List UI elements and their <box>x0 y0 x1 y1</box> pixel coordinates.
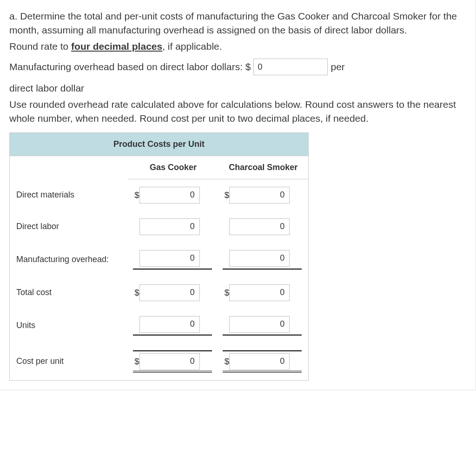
overhead-label-suffix: per <box>331 57 344 77</box>
row-units: Units <box>10 309 308 343</box>
dollar-sign: $ <box>133 190 139 200</box>
dollar-sign: $ <box>223 288 229 298</box>
input-total-gas[interactable] <box>139 284 200 301</box>
round-suffix: , if applicable. <box>162 41 222 52</box>
row-direct-labor: Direct labor <box>10 211 308 243</box>
dollar-sign: $ <box>223 190 229 200</box>
input-dl-gas[interactable] <box>139 218 200 235</box>
dollar-sign: $ <box>133 288 139 298</box>
input-moh-gas[interactable] <box>139 250 200 267</box>
round-instruction: Round rate to four decimal places, if ap… <box>9 39 464 53</box>
row-manufacturing-overhead: Manufacturing overhead: <box>10 243 308 277</box>
input-dm-gas[interactable] <box>139 187 200 204</box>
label-manufacturing-overhead: Manufacturing overhead: <box>10 243 128 277</box>
overhead-rate-input[interactable] <box>253 59 328 75</box>
col-header-charcoal: Charcoal Smoker <box>218 156 308 179</box>
direct-labor-dollar-text: direct labor dollar <box>9 81 464 95</box>
input-cpu-gas[interactable] <box>139 353 200 370</box>
input-total-charcoal[interactable] <box>229 284 290 301</box>
input-units-gas[interactable] <box>139 316 200 333</box>
row-cost-per-unit: Cost per unit $ $ <box>10 343 308 380</box>
overhead-rate-row: Manufacturing overhead based on direct l… <box>9 57 464 77</box>
row-direct-materials: Direct materials $ $ <box>10 179 308 211</box>
dollar-sign: $ <box>223 356 229 367</box>
label-cost-per-unit: Cost per unit <box>10 343 128 380</box>
row-total-cost: Total cost $ $ <box>10 277 308 309</box>
label-total-cost: Total cost <box>10 277 128 309</box>
table-title: Product Costs per Unit <box>10 133 308 156</box>
overhead-label-prefix: Manufacturing overhead based on direct l… <box>9 57 251 77</box>
input-units-charcoal[interactable] <box>229 316 290 333</box>
label-direct-materials: Direct materials <box>10 179 128 211</box>
round-emphasis: four decimal places <box>71 41 162 52</box>
label-direct-labor: Direct labor <box>10 211 128 243</box>
input-dl-charcoal[interactable] <box>229 218 290 235</box>
round-prefix: Round rate to <box>9 41 71 52</box>
input-cpu-charcoal[interactable] <box>229 353 290 370</box>
dollar-sign: $ <box>133 356 139 367</box>
product-costs-table: Product Costs per Unit Gas Cooker Charco… <box>9 132 309 381</box>
instructions-2: Use rounded overhead rate calculated abo… <box>9 98 464 126</box>
input-moh-charcoal[interactable] <box>229 250 290 267</box>
col-header-gas: Gas Cooker <box>128 156 218 179</box>
question-part-a: a. Determine the total and per-unit cost… <box>9 9 464 38</box>
input-dm-charcoal[interactable] <box>229 187 290 204</box>
label-units: Units <box>10 309 128 343</box>
